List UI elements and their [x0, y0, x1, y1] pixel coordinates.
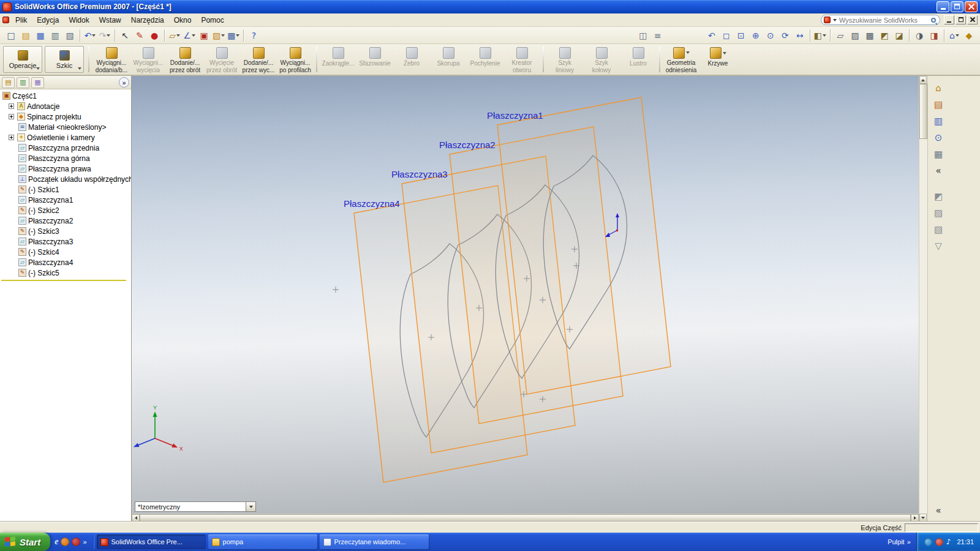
reference-plane-1[interactable] — [497, 97, 671, 394]
solidworks-search[interactable] — [821, 15, 940, 25]
menu-okno[interactable]: Okno — [169, 15, 197, 26]
scroll-down-button[interactable] — [919, 514, 927, 522]
ribbon-szyk-kolowy-button[interactable]: Szykkołowy — [583, 45, 620, 73]
vertical-scrollbar[interactable] — [919, 76, 927, 522]
redo-button[interactable]: ↷ — [97, 28, 112, 43]
ribbon-dodanie-przez-wyc-button[interactable]: Dodanie/...przez wyc... — [240, 45, 277, 73]
doc-restore-button[interactable] — [956, 15, 966, 24]
collapse-pane-bottom-button[interactable]: « — [930, 503, 946, 518]
menu-wstaw[interactable]: Wstaw — [94, 15, 126, 26]
expand-icon[interactable] — [9, 103, 14, 109]
tree-item-plaszczyzna1[interactable]: ▱Płaszczyzna1 — [0, 195, 131, 205]
shaded-with-edges-button[interactable]: ◩ — [877, 28, 892, 43]
zoom-in-out-button[interactable]: ⊕ — [748, 28, 763, 43]
opera-icon[interactable] — [72, 538, 80, 546]
tree-item-plaszczyzna-prawa[interactable]: ▱Płaszczyzna prawa — [0, 163, 131, 174]
start-button[interactable]: Start — [0, 533, 50, 551]
rotate-view-button[interactable]: ⟳ — [778, 28, 793, 43]
wireframe-button[interactable]: ▱ — [833, 28, 848, 43]
configurationmanager-tab[interactable]: ▦ — [31, 77, 44, 88]
section-view-button[interactable]: ◨ — [927, 28, 941, 43]
tree-item-oswietlenie-i-kamery[interactable]: ☀Oświetlenie i kamery — [0, 132, 131, 143]
menu-narzedzia[interactable]: Narzędzia — [126, 15, 169, 26]
search-button[interactable]: ⊙ — [930, 130, 946, 145]
graphics-area[interactable]: Płaszczyzna4Płaszczyzna3Płaszczyzna2Płas… — [132, 76, 919, 522]
appearance-button[interactable]: ▨ — [211, 28, 226, 43]
horizontal-scroll-thumb[interactable] — [140, 514, 911, 522]
tree-item-plaszczyzna2[interactable]: ▱Płaszczyzna2 — [0, 216, 131, 226]
record-macro-button[interactable]: ● — [147, 28, 162, 43]
volume-icon[interactable]: ♪ — [946, 538, 951, 546]
desktop-toolbar[interactable]: Pulpit » — [882, 538, 916, 545]
ribbon-sfazowanie-button[interactable]: Sfazowanie — [356, 45, 393, 73]
taskbar-task-solidworks-office-pre[interactable]: SolidWorks Office Pre... — [97, 534, 206, 549]
zoom-to-fit-button[interactable]: ◻ — [719, 28, 734, 43]
help-button[interactable]: ? — [246, 28, 261, 43]
ribbon-szyk-liniowy-button[interactable]: Szykliniowy — [546, 45, 583, 73]
ribbon-wyciagni-dodania-b-button[interactable]: Wyciągni...dodania/b... — [93, 45, 130, 73]
security-icon[interactable] — [935, 538, 943, 546]
plane-label-1[interactable]: Płaszczyzna1 — [487, 110, 543, 121]
tab-szkic[interactable]: Szkic — [45, 46, 84, 73]
file-explorer-button[interactable]: ▥ — [930, 114, 946, 129]
scroll-right-button[interactable] — [911, 514, 919, 522]
tree-item-szkic3[interactable]: ✎(-) Szkic3 — [0, 226, 131, 236]
new-file-button[interactable]: □ — [4, 28, 18, 43]
menu-edycja[interactable]: Edycja — [32, 15, 64, 26]
taskbar-task-przeczytane-wiadomo[interactable]: Przeczytane wiadomo... — [320, 534, 429, 549]
combo-dropdown-button[interactable] — [246, 502, 255, 511]
vertical-scroll-thumb[interactable] — [919, 84, 927, 139]
doc-close-button[interactable] — [967, 15, 978, 24]
tree-item-material-nieokreslony[interactable]: ≡Materiał <nieokreślony> — [0, 122, 131, 132]
tree-item-plaszczyzna3[interactable]: ▱Płaszczyzna3 — [0, 236, 131, 247]
quicklaunch-overflow-icon[interactable]: » — [83, 538, 86, 545]
ribbon-krzywe-button[interactable]: Krzywe — [699, 45, 736, 73]
undo-button[interactable]: ↶ — [83, 28, 97, 43]
dimension-button[interactable]: ∠ — [182, 28, 197, 43]
tree-item-czesc1[interactable]: ▣Część1 — [0, 91, 131, 101]
tab-operacje[interactable]: Operacje — [3, 46, 42, 73]
sketch-entity-button[interactable]: ✎ — [132, 28, 147, 43]
ribbon-wyciecie-przez-obrot-button[interactable]: Wycięcieprzez obrót — [203, 45, 240, 73]
menu-widok[interactable]: Widok — [64, 15, 94, 26]
scroll-track[interactable] — [919, 139, 927, 514]
tree-item-plaszczyzna-gorna[interactable]: ▱Płaszczyzna górna — [0, 153, 131, 163]
ribbon-wyciagni-wyciecia-button[interactable]: Wyciągni...wycięcia — [130, 45, 167, 73]
tree-item-szkic2[interactable]: ✎(-) Szkic2 — [0, 205, 131, 216]
view-settings-button[interactable]: ▩ — [226, 28, 241, 43]
featuremanager-tab[interactable]: ▤ — [2, 77, 15, 88]
expand-icon[interactable] — [9, 135, 14, 140]
ribbon-lustro-button[interactable]: Lustro — [620, 45, 657, 73]
sketch-button[interactable]: ▱ — [167, 28, 182, 43]
filter-button[interactable]: ▽ — [930, 239, 946, 253]
menu-plik[interactable]: Plik — [10, 15, 32, 26]
ribbon-dodanie-przez-obrot-button[interactable]: Dodanie/...przez obrót — [167, 45, 203, 73]
pan-button[interactable]: ↔ — [793, 28, 807, 43]
rebuild-button[interactable]: ▣ — [197, 28, 211, 43]
internet-explorer-icon[interactable]: e — [55, 538, 58, 546]
tree-item-plaszczyzna-przednia[interactable]: ▱Płaszczyzna przednia — [0, 143, 131, 153]
search-input[interactable] — [839, 17, 929, 24]
design-library-button[interactable]: ▤ — [930, 97, 946, 112]
display-pane-button[interactable]: ◫ — [636, 28, 650, 43]
solidworks-resources-button[interactable]: ⌂ — [930, 81, 946, 96]
hide-task-pane-button[interactable]: ≡ — [650, 28, 665, 43]
search-dropdown-icon[interactable] — [833, 19, 837, 21]
menu-pomoc[interactable]: Pomoc — [196, 15, 228, 26]
desktop-chevron-icon[interactable]: » — [907, 538, 911, 545]
scroll-left-button[interactable] — [132, 514, 140, 522]
view-palette-button[interactable]: ▦ — [930, 147, 946, 162]
doc-minimize-button[interactable] — [944, 15, 954, 24]
select-button[interactable]: ↖ — [118, 28, 132, 43]
expand-icon[interactable] — [9, 114, 14, 119]
zoom-to-area-button[interactable]: ⊡ — [734, 28, 748, 43]
plane-label-4[interactable]: Płaszczyzna4 — [344, 198, 400, 209]
shadows-button[interactable]: ◑ — [912, 28, 927, 43]
messenger-icon[interactable] — [924, 538, 932, 546]
ribbon-zaokragle-button[interactable]: Zaokrągle... — [320, 45, 356, 73]
firefox-icon[interactable] — [61, 538, 69, 546]
zoom-to-selection-button[interactable]: ⊙ — [763, 28, 778, 43]
tree-item-szkic4[interactable]: ✎(-) Szkic4 — [0, 247, 131, 257]
scenes-button[interactable]: ▨ — [930, 206, 946, 220]
appearances-button[interactable]: ◩ — [930, 189, 946, 204]
